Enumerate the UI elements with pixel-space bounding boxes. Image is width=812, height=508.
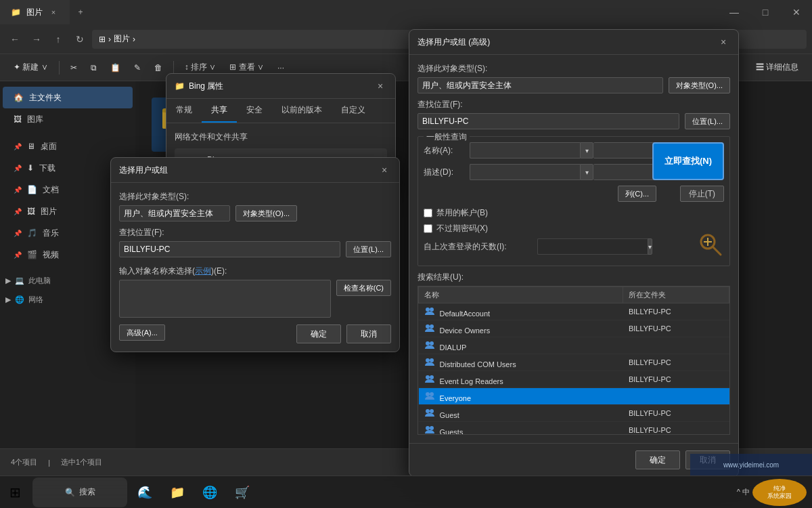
input-check-row: 检查名称(C) [119, 280, 391, 318]
cut-btn[interactable]: ✂ [65, 60, 83, 75]
advanced-dialog-close-btn[interactable]: × [717, 35, 730, 49]
adv-obj-type-label: 选择此对象类型(S): [418, 63, 730, 75]
tab-security[interactable]: 安全 [237, 99, 272, 123]
watermark: www.yideimei.com [690, 454, 812, 475]
select-user-ok-btn[interactable]: 确定 [296, 324, 341, 343]
adv-object-type-btn[interactable]: 对象类型(O)... [669, 77, 730, 93]
search-taskbar-label: 搜索 [79, 486, 95, 498]
location-input[interactable] [119, 241, 340, 257]
no-expire-pwd-checkbox[interactable] [424, 224, 432, 233]
tab-close-btn[interactable]: × [48, 7, 59, 18]
adv-name-label: 名称(A): [424, 145, 464, 156]
search-taskbar-icon: 🔍 [65, 488, 75, 497]
result-location-cell: BILLYFU-PC [623, 320, 729, 337]
refresh-btn[interactable]: ↻ [70, 30, 89, 49]
taskview-btn[interactable]: 🌊 [130, 478, 160, 507]
expand-icon-pc: ▶ [5, 276, 11, 285]
table-row[interactable]: Distributed COM Users BILLYFU-PC [419, 354, 729, 371]
list-columns-btn[interactable]: 列(C)... [618, 186, 656, 202]
adv-desc-label: 描述(D): [424, 167, 464, 178]
maximize-btn[interactable]: □ [750, 0, 781, 24]
details-btn[interactable]: ☰ 详细信息 [750, 59, 804, 76]
doc-icon: 📄 [27, 185, 37, 194]
minimize-btn[interactable]: — [719, 0, 750, 24]
table-row[interactable]: Event Log Readers BILLYFU-PC [419, 371, 729, 388]
table-row[interactable]: Guests BILLYFU-PC [419, 422, 729, 436]
advanced-dialog-title-bar: 选择用户或组 (高级) × [409, 30, 738, 55]
adv-col-row: 列(C)... [424, 186, 724, 202]
video-icon: 🎬 [27, 250, 37, 259]
toolbar-sep-2 [173, 61, 174, 75]
adv-name-combo-arrow[interactable]: ▾ [580, 142, 593, 158]
bing-props-title-bar: 📁 Bing 属性 × [166, 74, 395, 99]
location-btn[interactable]: 位置(L)... [346, 241, 391, 257]
new-btn[interactable]: ✦ 新建 ∨ [8, 59, 53, 76]
location-row-wrapper: 查找位置(F): 位置(L)... [119, 227, 391, 257]
svg-point-17 [426, 341, 430, 345]
up-btn[interactable]: ↑ [49, 30, 68, 49]
days-input[interactable] [537, 238, 648, 255]
store-btn[interactable]: 🛒 [227, 478, 257, 507]
toolbar-sep-1 [59, 61, 60, 75]
adv-object-type-input[interactable] [418, 77, 663, 93]
new-tab-btn[interactable]: + [70, 0, 91, 24]
watermark-text: www.yideimei.com [723, 461, 779, 469]
sidebar-item-gallery[interactable]: 🖼 图库 [3, 108, 133, 130]
advanced-btn[interactable]: 高级(A)... [119, 324, 165, 341]
paste-btn[interactable]: 📋 [105, 60, 126, 75]
table-row[interactable]: Everyone [419, 388, 729, 405]
bing-props-close-btn[interactable]: × [374, 79, 387, 93]
back-btn[interactable]: ← [5, 30, 24, 49]
col-name-header: 名称 [419, 287, 623, 303]
tray-icons: ^ 中 [737, 487, 750, 497]
sidebar-item-desktop[interactable]: 📌 🖥 桌面 [3, 135, 133, 157]
advanced-ok-btn[interactable]: 确定 [635, 450, 680, 469]
adv-desc-combo-arrow[interactable]: ▾ [580, 164, 593, 180]
object-type-btn[interactable]: 对象类型(O)... [235, 205, 297, 221]
sidebar-downloads-label: 下载 [39, 163, 55, 174]
select-user-close-btn[interactable]: × [378, 163, 391, 177]
tab-share[interactable]: 共享 [202, 99, 237, 123]
object-type-input[interactable] [119, 205, 230, 221]
explorer-taskbar-btn[interactable]: 📁 [162, 478, 192, 507]
object-name-input[interactable] [119, 280, 331, 318]
select-user-title: 选择用户或组 [119, 165, 168, 176]
sidebar-desktop-label: 桌面 [41, 141, 57, 152]
tab-customize[interactable]: 自定义 [332, 99, 375, 123]
copy-btn[interactable]: ⧉ [85, 60, 102, 75]
adv-location-btn[interactable]: 位置(L)... [685, 113, 730, 129]
input-label-row: 输入对象名称来选择(示例)(E): 检查名称(C) [119, 266, 391, 318]
breadcrumb-sep2: › [133, 35, 135, 44]
breadcrumb-sep1: › [108, 35, 111, 44]
rename-btn[interactable]: ✎ [129, 60, 146, 75]
svg-point-19 [426, 358, 430, 362]
results-scroll[interactable]: 名称 所在文件夹 DefaultAccount BILLYFU-PC [418, 286, 730, 435]
adv-location-input[interactable] [418, 113, 679, 129]
tab-prev-version[interactable]: 以前的版本 [272, 99, 332, 123]
select-user-cancel-btn[interactable]: 取消 [346, 324, 391, 343]
explorer-tab[interactable]: 📁 图片 × [0, 0, 70, 24]
table-row[interactable]: DefaultAccount BILLYFU-PC [419, 303, 729, 320]
edge-btn[interactable]: 🌐 [195, 478, 225, 507]
sidebar-item-home[interactable]: 🏠 主文件夹 [3, 87, 133, 108]
delete-btn[interactable]: 🗑 [149, 60, 168, 75]
adv-desc-combo-input[interactable] [470, 164, 580, 180]
days-combo-arrow[interactable]: ▾ [648, 238, 652, 255]
table-row[interactable]: Device Owners BILLYFU-PC [419, 320, 729, 337]
adv-name-combo-input[interactable] [470, 142, 580, 158]
close-btn[interactable]: ✕ [781, 0, 812, 24]
no-expire-pwd-row: 不过期密码(X) [424, 223, 724, 234]
check-names-btn[interactable]: 检查名称(C) [336, 280, 391, 296]
table-row[interactable]: Guest BILLYFU-PC [419, 405, 729, 422]
toolbar-right: ☰ 详细信息 [750, 59, 804, 76]
find-now-btn[interactable]: 立即查找(N) [652, 142, 724, 180]
disabled-accounts-checkbox[interactable] [424, 209, 432, 217]
example-link[interactable]: 示例 [195, 266, 211, 276]
start-btn[interactable]: ⊞ [0, 478, 30, 507]
table-row[interactable]: DIALUP [419, 337, 729, 354]
stop-btn[interactable]: 停止(T) [680, 186, 724, 202]
forward-btn[interactable]: → [27, 30, 46, 49]
tab-general[interactable]: 常规 [166, 99, 202, 123]
search-taskbar-btn[interactable]: 🔍 搜索 [32, 478, 127, 507]
svg-point-15 [426, 324, 430, 329]
